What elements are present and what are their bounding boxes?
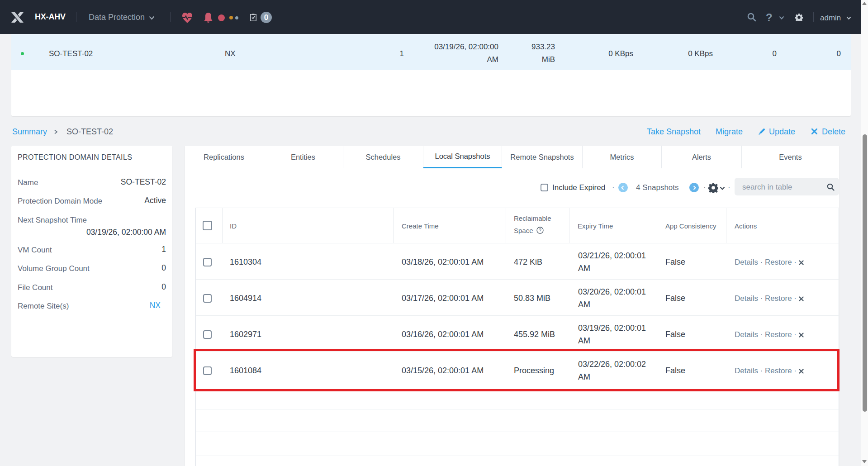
- svg-text:?: ?: [539, 228, 541, 233]
